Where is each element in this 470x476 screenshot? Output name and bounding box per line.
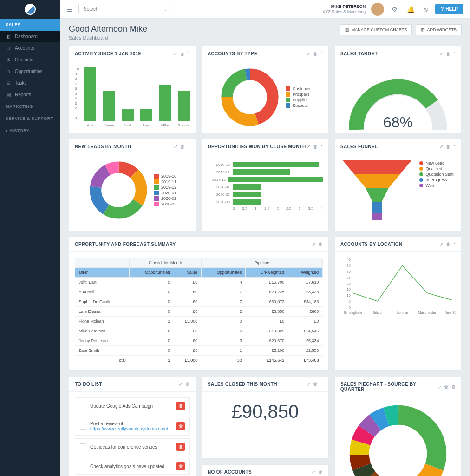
svg-point-3 <box>227 74 273 120</box>
avatar[interactable] <box>371 3 384 16</box>
svg-text:35: 35 <box>347 264 351 268</box>
expand-icon[interactable]: ⤢ <box>439 51 443 56</box>
expand-icon[interactable]: ⤢ <box>174 144 177 149</box>
delete-icon[interactable]: 🗑 <box>313 51 318 56</box>
logo[interactable] <box>0 0 60 19</box>
gauge-value: 68% <box>383 114 413 131</box>
delete-icon[interactable]: 🗑 <box>446 51 450 56</box>
settings-icon[interactable]: ⚙ <box>390 6 399 13</box>
chevron-down-icon[interactable]: ˅ <box>188 51 190 56</box>
sidebar: SALES ◐Dashboard □Accounts ✉Contacts ◇Op… <box>0 0 60 476</box>
delete-icon[interactable]: 🗑 <box>444 384 449 390</box>
expand-icon[interactable]: ⤢ <box>312 242 315 247</box>
delete-icon[interactable]: 🗑 <box>446 242 450 247</box>
menu-toggle-icon[interactable]: ☰ <box>67 6 73 13</box>
svg-text:10: 10 <box>347 293 351 298</box>
delete-icon[interactable]: 🗑 <box>176 422 185 430</box>
search-input[interactable]: ⌕ <box>78 4 171 14</box>
delete-icon[interactable]: 🗑 <box>176 402 185 410</box>
notifications-icon[interactable]: 🔔 <box>405 6 417 13</box>
checkbox[interactable] <box>80 403 86 409</box>
svg-text:Bristol: Bristol <box>373 311 383 315</box>
add-widgets-button[interactable]: ⊞ADD WIDGETS <box>416 24 462 35</box>
manage-charts-button[interactable]: ▥MANAGE CUSTOM CHARTS <box>340 24 412 35</box>
widget-opps-won: OPPORTUNITIES WON BY CLOSE MONTH⤢🗑˅ 2019… <box>202 139 329 231</box>
nav-accounts[interactable]: □Accounts <box>0 42 60 54</box>
delete-icon[interactable]: 🗑 <box>313 144 318 149</box>
expand-icon[interactable]: ⤢ <box>307 382 310 387</box>
chevron-down-icon[interactable]: ˅ <box>453 242 456 247</box>
svg-text:15: 15 <box>347 287 351 291</box>
delete-icon[interactable]: 🗑 <box>318 469 323 475</box>
nav-section-service[interactable]: SERVICE & SUPPORT <box>0 112 60 125</box>
chevron-down-icon[interactable]: ˅ <box>453 51 456 56</box>
svg-text:Manchester: Manchester <box>418 311 436 315</box>
chevron-down-icon[interactable]: ˅ <box>453 144 456 149</box>
nav-section-sales[interactable]: SALES <box>0 19 60 31</box>
page-title: Good Afternoon Mike <box>69 24 147 34</box>
svg-text:0: 0 <box>349 305 351 310</box>
widget-sales-closed: SALES CLOSED THIS MONTH⤢🗑˅ £90,850 <box>202 377 329 459</box>
checkbox[interactable] <box>80 463 86 469</box>
user-info[interactable]: MIKE PETERSON XYZ Sales & Marketing <box>322 4 366 14</box>
svg-text:London: London <box>397 311 408 315</box>
nav-tasks[interactable]: ☑Tasks <box>0 77 60 89</box>
logout-icon[interactable]: ⎋ <box>422 6 430 13</box>
delete-icon[interactable]: 🗑 <box>446 144 450 149</box>
tasks-icon: ☑ <box>6 80 11 86</box>
nav-opportunities[interactable]: ◇Opportunities <box>0 66 60 77</box>
svg-point-9 <box>96 167 141 213</box>
svg-text:New York: New York <box>444 311 456 315</box>
delete-icon[interactable]: 🗑 <box>180 51 185 56</box>
delete-icon[interactable]: 🗑 <box>185 382 190 387</box>
widget-todo: TO DO LIST⤢🗑 Update Google Ads Campaign🗑… <box>69 377 196 476</box>
widget-location: ACCOUNTS BY LOCATION⤢🗑˅ 4035302520151050… <box>334 237 462 371</box>
widget-activity: ACTIVITY SINCE 1 JAN 2019⤢🗑˅ 10987654321… <box>69 46 196 133</box>
contacts-icon: ✉ <box>6 57 11 62</box>
dashboard-icon: ◐ <box>6 34 11 39</box>
expand-icon[interactable]: ⤢ <box>174 51 177 56</box>
delete-icon[interactable]: 🗑 <box>176 462 185 470</box>
todo-item[interactable]: Get ideas for conference venues🗑 <box>75 438 190 455</box>
settings-icon[interactable]: ⚙ <box>451 384 456 390</box>
expand-icon[interactable]: ⤢ <box>312 469 315 475</box>
delete-icon[interactable]: 🗑 <box>176 443 185 451</box>
nav-section-marketing[interactable]: MARKETING <box>0 100 60 112</box>
delete-icon[interactable]: 🗑 <box>313 382 318 387</box>
svg-text:Birmingham: Birmingham <box>344 311 362 315</box>
svg-marker-10 <box>342 160 412 174</box>
widget-num-accounts: NO OF ACCOUNTS⤢🗑 171 accounts <box>202 464 329 476</box>
nav-contacts[interactable]: ✉Contacts <box>0 54 60 66</box>
chevron-down-icon[interactable]: ˅ <box>320 51 323 56</box>
delete-icon[interactable]: 🗑 <box>318 242 323 247</box>
chevron-down-icon[interactable]: ˅ <box>188 144 190 149</box>
nav-reports[interactable]: ▤Reports <box>0 89 60 100</box>
todo-item[interactable]: Check analytics goals have updated🗑 <box>75 458 190 475</box>
checkbox[interactable] <box>80 423 86 430</box>
widget-accounts-type: ACCOUNTS BY TYPE⤢🗑˅ CustomerProspectSupp… <box>202 46 329 133</box>
chevron-down-icon[interactable]: ˅ <box>320 382 323 387</box>
todo-item[interactable]: Post a review of https://www.reallysimpl… <box>75 417 190 436</box>
opportunities-icon: ◇ <box>6 69 11 74</box>
nav-section-history[interactable]: ▸ HISTORY <box>0 125 60 137</box>
expand-icon[interactable]: ⤢ <box>437 384 441 390</box>
expand-icon[interactable]: ⤢ <box>439 242 443 247</box>
help-button[interactable]: ?HELP <box>435 4 463 14</box>
search-icon[interactable]: ⌕ <box>164 7 168 12</box>
widget-forecast: OPPORTUNITY AND FORECAST SUMMARY⤢🗑 Close… <box>69 237 329 371</box>
widget-sales-target: SALES TARGET⤢🗑˅ 68% <box>334 46 462 133</box>
nav-dashboard[interactable]: ◐Dashboard <box>0 31 60 42</box>
accounts-icon: □ <box>6 46 11 51</box>
svg-marker-13 <box>372 202 382 213</box>
expand-icon[interactable]: ⤢ <box>179 382 183 387</box>
expand-icon[interactable]: ⤢ <box>307 144 310 149</box>
widget-pie-source: SALES PIECHART - SOURCE BY QUARTER⤢🗑⚙ <box>334 377 462 476</box>
todo-item[interactable]: Update Google Ads Campaign🗑 <box>75 397 190 414</box>
chart-icon: ▥ <box>345 27 349 32</box>
checkbox[interactable] <box>80 443 86 450</box>
expand-icon[interactable]: ⤢ <box>439 144 443 149</box>
expand-icon[interactable]: ⤢ <box>307 51 310 56</box>
delete-icon[interactable]: 🗑 <box>180 144 185 149</box>
svg-text:20: 20 <box>347 282 351 286</box>
chevron-down-icon[interactable]: ˅ <box>320 144 323 149</box>
